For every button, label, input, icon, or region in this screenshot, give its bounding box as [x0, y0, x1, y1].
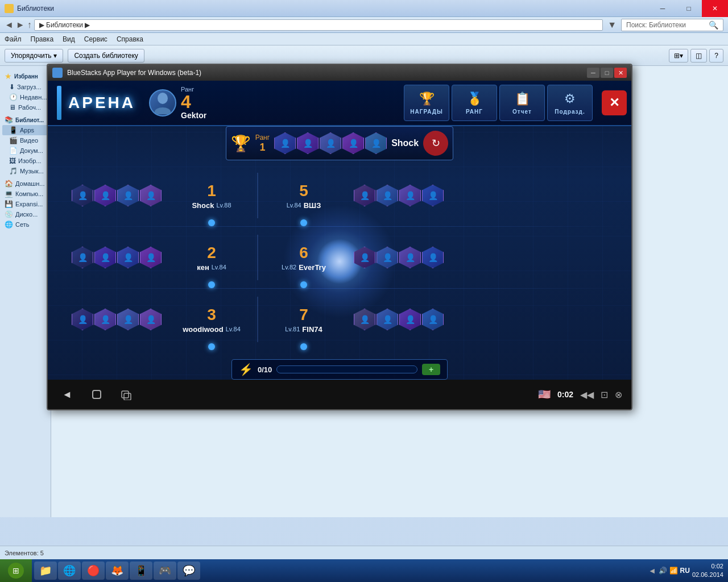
sidebar-item-video[interactable]: 🎬 Видео	[2, 135, 48, 146]
left-name-level-2: кен Lv.84	[197, 263, 226, 272]
game-close-btn[interactable]: ✕	[602, 90, 627, 115]
taskbar-skype[interactable]: 💬	[177, 562, 200, 580]
sidebar-item-music[interactable]: 🎵 Музык...	[2, 166, 48, 176]
taskbar-chrome[interactable]: 🌐	[58, 562, 81, 580]
favorites-label: Избранн	[14, 73, 38, 80]
favorites-star-icon: ★	[5, 72, 12, 81]
sidebar-item-disk[interactable]: 💿 Диско...	[2, 209, 48, 219]
menu-service[interactable]: Сервис	[84, 35, 107, 43]
sidebar-item-expansion[interactable]: 💾 Expansi...	[2, 199, 48, 209]
left-hero-2-2: 👤	[94, 247, 116, 268]
rank-btn[interactable]: 🥇 РАНГ	[452, 85, 497, 121]
right-slot-1[interactable]: 5 Lv.84 ВШЗ	[258, 165, 349, 226]
subdivisions-btn[interactable]: ⚙ Подразд.	[547, 85, 593, 121]
energy-lightning-icon: ⚡	[239, 363, 253, 376]
sidebar-item-recent[interactable]: 🕐 Недавн...	[2, 92, 48, 102]
taskbar-app5[interactable]: 📱	[130, 562, 152, 580]
left-name-2: кен	[197, 263, 209, 272]
taskbar-explorer[interactable]: 📁	[34, 562, 57, 580]
explorer-close-btn[interactable]: ✕	[702, 0, 728, 17]
nav-dropdown-btn[interactable]: ▼	[605, 20, 619, 30]
android-tray: 🇺🇸 0:02 ◀◀ ⊡ ⊗	[538, 388, 622, 401]
taskbar-opera[interactable]: 🔴	[82, 562, 105, 580]
android-back-btn[interactable]: ◄	[57, 384, 77, 405]
rewards-btn[interactable]: 🏆 НАГРАДЫ	[404, 85, 449, 121]
arena-nav-buttons: 🏆 НАГРАДЫ 🥇 РАНГ 📋 Отчет ⚙ Подразд.	[404, 85, 593, 121]
create-library-btn[interactable]: Создать библиотеку	[68, 49, 144, 63]
sidebar-item-downloads[interactable]: ⬇ Загруз...	[2, 82, 48, 92]
libraries-icon: 📚	[5, 116, 13, 124]
explorer-maximize-btn[interactable]: □	[676, 0, 702, 17]
start-button[interactable]: ⊞	[0, 559, 32, 582]
left-slot-1[interactable]: 1 Shock Lv.88	[166, 165, 257, 226]
explorer-taskbar-icon: 📁	[39, 564, 52, 577]
sidebar-item-computer[interactable]: 💻 Компью...	[2, 189, 48, 199]
sidebar-item-docs[interactable]: 📄 Докум...	[2, 146, 48, 156]
svg-rect-3	[122, 391, 129, 398]
battle-row-1: 👤 👤 👤 👤 1 Shock Lv.88	[48, 165, 631, 226]
sidebar-item-images[interactable]: 🖼 Изобр...	[2, 156, 48, 166]
right-slot-2[interactable]: 6 Lv.82 EverTry	[258, 227, 349, 288]
tray-clock[interactable]: 0:02 02.06.2014	[692, 562, 723, 580]
menu-edit[interactable]: Правка	[31, 35, 54, 43]
explorer-minimize-btn[interactable]: ─	[650, 0, 676, 17]
sidebar-item-homegroup[interactable]: 🏠 Домашн...	[2, 178, 48, 189]
android-home-btn[interactable]	[86, 384, 107, 405]
opera-taskbar-icon: 🔴	[87, 564, 100, 577]
energy-add-btn[interactable]: +	[422, 364, 440, 375]
sidebar-item-network[interactable]: 🌐 Сеть	[2, 219, 48, 230]
left-slot-3[interactable]: 3 woodiwood Lv.84	[166, 289, 257, 350]
right-slot-3[interactable]: 7 Lv.81 FIN74	[258, 289, 349, 350]
report-btn[interactable]: 📋 Отчет	[499, 85, 545, 121]
top-avatar-4: 👤	[342, 132, 364, 154]
taskbar-bluestacks[interactable]: 🎮	[154, 562, 176, 580]
menu-file[interactable]: Файл	[5, 35, 22, 43]
right-hero-3-1: 👤	[354, 309, 375, 330]
left-level-2: Lv.84	[212, 264, 226, 271]
sidebar-item-apps[interactable]: 📱 Apps	[2, 125, 48, 135]
explorer-toolbar: Упорядочить ▾ Создать библиотеку ⊞▾ ◫ ?	[0, 45, 728, 66]
subdivisions-icon: ⚙	[564, 92, 576, 106]
refresh-btn[interactable]: ↻	[423, 131, 448, 156]
search-box[interactable]: Поиск: Библиотеки 🔍	[621, 19, 723, 31]
right-hero-1-1: 👤	[354, 185, 375, 206]
address-bar[interactable]: ▶ Библиотеки ▶	[34, 19, 603, 31]
android-recents-btn[interactable]	[116, 384, 136, 405]
search-text: Поиск: Библиотеки	[626, 21, 686, 29]
menu-view[interactable]: Вид	[63, 35, 75, 43]
rank-icon: 🥇	[467, 92, 482, 106]
docs-icon: 📄	[9, 147, 18, 155]
status-text: Элементов: 5	[5, 550, 44, 556]
game-area: АРЕНА Ранг 4 Gektor 🏆	[48, 81, 631, 409]
view-btn[interactable]: ⊞▾	[669, 49, 688, 63]
right-team-3: 👤 👤 👤 👤	[349, 309, 463, 330]
left-dot-3	[208, 343, 215, 350]
nav-up-btn[interactable]: ↑	[27, 20, 32, 30]
right-dot-1	[300, 219, 307, 226]
nav-forward-btn[interactable]: ►	[16, 20, 25, 30]
right-rank-3: 7	[299, 306, 308, 324]
top-avatar-5: 👤	[365, 132, 387, 154]
desktop-icon: 🖥	[9, 103, 16, 111]
nav-back-btn[interactable]: ◄	[5, 20, 14, 30]
bs-close-btn[interactable]: ✕	[614, 68, 627, 78]
menu-help[interactable]: Справка	[117, 35, 143, 43]
sidebar-item-desktop[interactable]: 🖥 Рабоч...	[2, 102, 48, 113]
left-team-2: 👤 👤 👤 👤	[52, 247, 166, 268]
skype-taskbar-icon: 💬	[183, 564, 195, 577]
organize-btn[interactable]: Упорядочить ▾	[5, 49, 63, 63]
apps-label: Apps	[20, 127, 34, 134]
taskbar-firefox[interactable]: 🦊	[106, 562, 129, 580]
tray-arrow-icon[interactable]: ◄	[648, 566, 656, 575]
help-btn-toolbar[interactable]: ?	[709, 49, 723, 63]
left-name-1: Shock	[192, 201, 214, 210]
bs-minimize-btn[interactable]: ─	[587, 68, 599, 78]
bs-maximize-btn[interactable]: □	[601, 68, 613, 78]
left-slot-2[interactable]: 2 кен Lv.84	[166, 227, 257, 288]
images-icon: 🖼	[9, 157, 16, 165]
top-player-banner: 🏆 Ранг 1 👤 👤 👤 👤 👤 Shock ↻	[226, 126, 453, 160]
explorer-sidebar: ★ Избранн ⬇ Загруз... 🕐 Недавн... 🖥 Рабо…	[0, 66, 51, 517]
panes-btn[interactable]: ◫	[690, 49, 707, 63]
explorer-icon	[5, 4, 14, 13]
left-level-3: Lv.84	[226, 326, 241, 332]
